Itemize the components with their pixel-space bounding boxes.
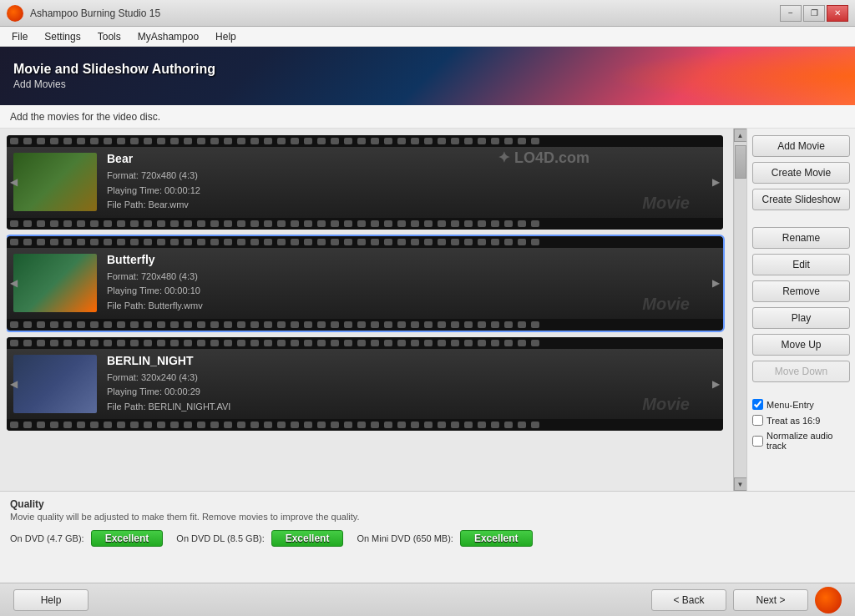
filmstrip-hole	[10, 239, 18, 245]
filmstrip-hole	[77, 340, 85, 346]
filmstrip-hole	[157, 422, 165, 428]
filmstrip-hole	[304, 239, 312, 245]
nav-right-arrow[interactable]: ▶	[712, 277, 720, 289]
nav-right-arrow[interactable]: ▶	[712, 176, 720, 188]
normalize-audio-label: Normalize audio track	[766, 431, 850, 451]
filmstrip-hole	[90, 239, 99, 245]
normalize-audio-checkbox[interactable]	[752, 436, 763, 447]
move-up-button[interactable]: Move Up	[752, 334, 850, 356]
filmstrip-hole	[37, 321, 45, 328]
menu-myashampoo[interactable]: MyAshampoo	[129, 29, 207, 44]
filmstrip-hole	[304, 422, 312, 428]
filmstrip-hole	[357, 138, 366, 144]
scroll-track[interactable]	[735, 142, 746, 477]
movie-info: BERLIN_NIGHT Format: 320x240 (4:3) Playi…	[107, 354, 230, 415]
filmstrip-hole	[397, 220, 406, 227]
back-button[interactable]: < Back	[651, 589, 726, 611]
filmstrip-hole	[438, 138, 446, 144]
movie-format: Format: 720x480 (4:3)	[107, 169, 200, 184]
filmstrip-hole	[117, 321, 125, 328]
scroll-up-arrow[interactable]: ▲	[734, 129, 747, 142]
nav-right-arrow[interactable]: ▶	[712, 378, 720, 390]
rename-button[interactable]: Rename	[752, 227, 850, 249]
minimize-button[interactable]: −	[780, 5, 802, 22]
movie-content: ◀ Butterfly Format: 720x480 (4:3) Playin…	[7, 248, 723, 319]
movie-item[interactable]: ◀ BERLIN_NIGHT Format: 320x240 (4:3) Pla…	[7, 337, 723, 432]
filmstrip-hole	[37, 340, 45, 346]
move-down-button[interactable]: Move Down	[752, 361, 850, 382]
filmstrip-holes-bottom	[10, 422, 720, 428]
filmstrip-hole	[157, 138, 165, 144]
filmstrip-hole	[291, 220, 299, 227]
movie-format: Format: 720x480 (4:3)	[107, 270, 203, 285]
filmstrip-hole	[411, 138, 419, 144]
menu-entry-checkbox[interactable]	[752, 399, 763, 410]
scroll-down-arrow[interactable]: ▼	[734, 477, 747, 491]
nav-left-arrow[interactable]: ◀	[10, 378, 18, 390]
create-movie-button[interactable]: Create Movie	[752, 162, 850, 184]
filmstrip-hole	[491, 239, 499, 245]
menu-entry-checkbox-row[interactable]: Menu-Entry	[752, 399, 850, 410]
main-content: ◀ Bear Format: 720x480 (4:3) Playing Tim…	[0, 129, 855, 491]
movie-title: Butterfly	[107, 253, 203, 266]
filmstrip-hole	[130, 340, 139, 346]
titlebar-left: Ashampoo Burning Studio 15	[7, 5, 160, 22]
filmstrip-hole	[237, 340, 245, 346]
filmstrip-hole	[344, 239, 352, 245]
filmstrip-hole	[250, 239, 259, 245]
scroll-thumb[interactable]	[735, 145, 746, 179]
filmstrip-hole	[397, 340, 406, 346]
filmstrip-hole	[464, 422, 473, 428]
list-wrapper: ◀ Bear Format: 720x480 (4:3) Playing Tim…	[0, 129, 746, 491]
filmstrip-hole	[130, 239, 139, 245]
titlebar-controls[interactable]: − ❐ ✕	[780, 5, 848, 22]
menu-settings[interactable]: Settings	[36, 29, 89, 44]
play-button[interactable]: Play	[752, 307, 850, 329]
filmstrip-hole	[184, 220, 192, 227]
list-scrollbar[interactable]: ▲ ▼	[733, 129, 746, 491]
filmstrip-hole	[63, 422, 72, 428]
filmstrip-hole	[224, 340, 232, 346]
filmstrip-hole	[77, 138, 85, 144]
quality-item: On DVD DL (8.5 GB): Excellent	[176, 530, 343, 547]
movie-content: ◀ BERLIN_NIGHT Format: 320x240 (4:3) Pla…	[7, 349, 723, 420]
filmstrip-hole	[23, 422, 32, 428]
restore-button[interactable]: ❐	[803, 5, 825, 22]
movie-item[interactable]: ◀ Bear Format: 720x480 (4:3) Playing Tim…	[7, 135, 723, 230]
nav-left-arrow[interactable]: ◀	[10, 176, 18, 188]
menu-help[interactable]: Help	[207, 29, 245, 44]
filmstrip-hole	[371, 239, 379, 245]
menu-tools[interactable]: Tools	[89, 29, 129, 44]
filmstrip-hole	[451, 220, 459, 227]
right-panel: Add Movie Create Movie Create Slideshow …	[746, 129, 855, 491]
movie-playing-time: Playing Time: 00:00:29	[107, 385, 230, 400]
treat-16-9-checkbox-row[interactable]: Treat as 16:9	[752, 415, 850, 426]
nav-left-arrow[interactable]: ◀	[10, 277, 18, 289]
filmstrip-hole	[424, 321, 433, 328]
filmstrip-hole	[77, 321, 85, 328]
create-slideshow-button[interactable]: Create Slideshow	[752, 189, 850, 210]
filmstrip-hole	[371, 138, 379, 144]
movie-item[interactable]: ◀ Butterfly Format: 720x480 (4:3) Playin…	[7, 236, 723, 331]
filmstrip-hole	[424, 138, 433, 144]
filmstrip-hole	[224, 422, 232, 428]
filmstrip-hole	[250, 422, 259, 428]
edit-button[interactable]: Edit	[752, 254, 850, 275]
filmstrip-hole	[197, 422, 205, 428]
normalize-audio-checkbox-row[interactable]: Normalize audio track	[752, 431, 850, 451]
next-button[interactable]: Next >	[733, 589, 808, 611]
filmstrip-hole	[424, 220, 433, 227]
filmstrip-hole	[304, 340, 312, 346]
treat-16-9-checkbox[interactable]	[752, 415, 763, 426]
filmstrip-hole	[264, 138, 272, 144]
filmstrip-hole	[130, 220, 139, 227]
close-button[interactable]: ✕	[827, 5, 848, 22]
footer: Help < Back Next >	[0, 583, 855, 616]
add-movie-button[interactable]: Add Movie	[752, 135, 850, 157]
remove-button[interactable]: Remove	[752, 280, 850, 302]
movie-title: Bear	[107, 152, 200, 165]
filmstrip-holes-bottom	[10, 220, 720, 227]
menu-file[interactable]: File	[3, 29, 36, 44]
filmstrip-hole	[184, 239, 192, 245]
help-button[interactable]: Help	[13, 589, 89, 611]
